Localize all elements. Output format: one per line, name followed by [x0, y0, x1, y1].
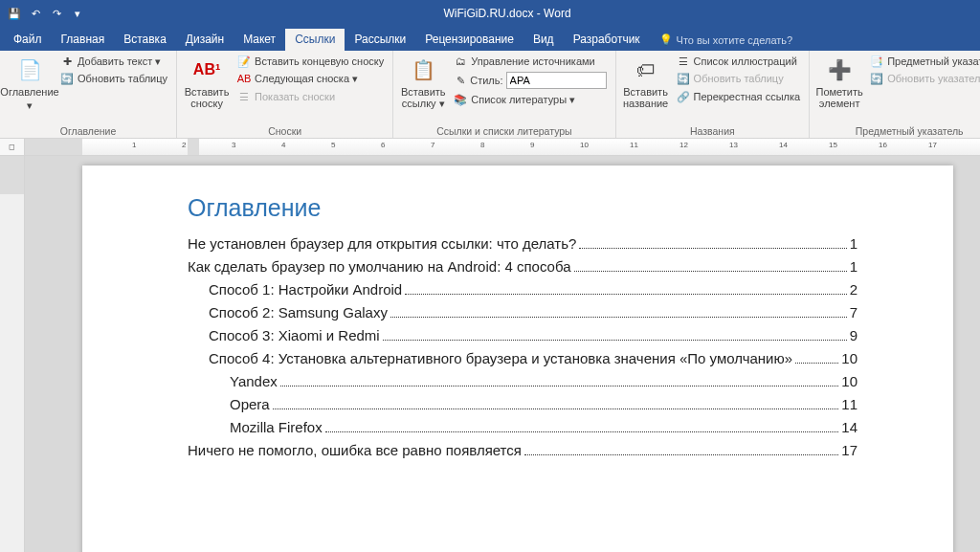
- tab-рассылки[interactable]: Рассылки: [345, 29, 415, 51]
- insert-caption-button[interactable]: 🏷 Вставить название: [622, 54, 670, 111]
- tab-ссылки[interactable]: Ссылки: [285, 29, 345, 51]
- tab-разработчик[interactable]: Разработчик: [564, 29, 650, 51]
- ruler-tick: 4: [281, 141, 285, 149]
- ruler-row: ◻ 1234567891011121314151617: [0, 139, 980, 156]
- tab-дизайн[interactable]: Дизайн: [176, 29, 234, 51]
- title-bar: 💾 ↶ ↷ ▾ WiFiGiD.RU.docx - Word: [0, 0, 980, 27]
- show-footnotes-icon: ☰: [237, 90, 251, 103]
- document-title: WiFiGiD.RU.docx - Word: [92, 7, 923, 20]
- ruler-tick: 3: [232, 141, 235, 149]
- update-caption-table-button[interactable]: 🔄Обновить таблицу: [674, 71, 804, 86]
- work-area: Оглавление Не установлен браузер для отк…: [0, 156, 980, 552]
- ruler-tick: 7: [431, 141, 434, 149]
- refresh-icon: 🔄: [677, 72, 690, 85]
- ruler-tick: 8: [480, 141, 484, 149]
- toc-entry[interactable]: Yandex 10: [188, 373, 858, 389]
- tab-вид[interactable]: Вид: [523, 29, 564, 51]
- ruler-tick: 2: [182, 141, 186, 149]
- group-label-citations: Ссылки и списки литературы: [399, 124, 609, 137]
- document-canvas[interactable]: Оглавление Не установлен браузер для отк…: [25, 156, 980, 552]
- ruler-tick: 12: [679, 141, 688, 149]
- add-text-button[interactable]: ✚Добавить текст ▾: [57, 54, 170, 69]
- mark-entry-icon: ➕: [825, 55, 854, 84]
- horizontal-ruler[interactable]: 1234567891011121314151617: [25, 139, 980, 155]
- tab-главная[interactable]: Главная: [52, 29, 115, 51]
- toc-leader-dots: [579, 248, 846, 249]
- ruler-tick: 17: [928, 141, 937, 149]
- toc-entry-page: 9: [850, 327, 858, 343]
- mark-entry-button[interactable]: ➕ Пометить элемент: [815, 54, 863, 111]
- toc-leader-dots: [325, 431, 839, 432]
- toc-entry-text: Способ 1: Настройки Android: [209, 281, 402, 298]
- toc-leader-dots: [524, 454, 838, 455]
- toc-entry-page: 10: [841, 350, 858, 366]
- redo-icon[interactable]: ↷: [50, 7, 63, 20]
- toc-entry[interactable]: Не установлен браузер для открытия ссылк…: [188, 235, 858, 252]
- caption-icon: 🏷: [632, 55, 660, 84]
- undo-icon[interactable]: ↶: [29, 7, 42, 20]
- toc-entry[interactable]: Способ 2: Samsung Galaxy 7: [188, 304, 858, 320]
- toc-leader-dots: [280, 386, 839, 386]
- toc-entry[interactable]: Mozilla Firefox 14: [188, 419, 858, 435]
- toc-entry[interactable]: Как сделать браузер по умолчанию на Andr…: [188, 258, 858, 275]
- citation-icon: 📋: [409, 55, 437, 84]
- tab-вставка[interactable]: Вставка: [114, 29, 176, 51]
- group-label-toc: Оглавление: [6, 124, 170, 137]
- style-icon: ✎: [454, 74, 467, 87]
- endnote-icon: 📝: [237, 55, 251, 68]
- tab-макет[interactable]: Макет: [234, 29, 285, 51]
- manage-sources-button[interactable]: 🗂Управление источниками: [451, 54, 609, 69]
- show-footnotes-button[interactable]: ☰Показать сноски: [234, 89, 387, 104]
- footnote-icon: AB¹: [192, 55, 221, 84]
- toc-entry-text: Способ 3: Xiaomi и Redmi: [209, 327, 380, 343]
- figure-list-button[interactable]: ☰Список иллюстраций: [674, 54, 804, 69]
- toc-entry[interactable]: Способ 3: Xiaomi и Redmi 9: [188, 327, 858, 343]
- crossref-icon: 🔗: [677, 90, 690, 103]
- toc-entry[interactable]: Opera 11: [188, 396, 858, 412]
- tab-file[interactable]: Файл: [4, 29, 52, 51]
- toc-entry[interactable]: Ничего не помогло, ошибка все равно появ…: [188, 442, 858, 458]
- toc-icon: 📄: [15, 55, 44, 84]
- ruler-tick: 5: [331, 141, 335, 149]
- ruler-tick: 9: [530, 141, 534, 149]
- tell-me-search[interactable]: Что вы хотите сделать?: [650, 30, 803, 51]
- toc-entry-page: 11: [841, 396, 858, 412]
- insert-endnote-button[interactable]: 📝Вставить концевую сноску: [234, 54, 387, 69]
- group-toc: 📄 Оглавление▾ ✚Добавить текст ▾ 🔄Обновит…: [0, 51, 177, 138]
- toc-entry-page: 17: [841, 442, 858, 458]
- update-index-button[interactable]: 🔄Обновить указатель: [867, 71, 980, 86]
- insert-citation-button[interactable]: 📋 Вставить ссылку ▾: [399, 54, 447, 111]
- tab-рецензирование[interactable]: Рецензирование: [415, 29, 523, 51]
- bibliography-icon: 📚: [454, 93, 467, 106]
- insert-index-button[interactable]: 📑Предметный указатель: [867, 54, 980, 69]
- qat-more-icon[interactable]: ▾: [71, 7, 84, 20]
- save-icon[interactable]: 💾: [8, 7, 21, 20]
- toc-entry-text: Ничего не помогло, ошибка все равно появ…: [188, 442, 522, 458]
- ruler-corner: ◻: [0, 139, 25, 155]
- ruler-tick: 15: [829, 141, 837, 149]
- toc-entry-page: 10: [841, 373, 858, 389]
- group-citations: 📋 Вставить ссылку ▾ 🗂Управление источник…: [393, 51, 615, 138]
- toc-button[interactable]: 📄 Оглавление▾: [6, 54, 54, 113]
- next-footnote-button[interactable]: ABСледующая сноска ▾: [234, 71, 387, 86]
- toc-entry-text: Не установлен браузер для открытия ссылк…: [188, 235, 576, 252]
- toc-entry[interactable]: Способ 4: Установка альтернативного брау…: [188, 350, 858, 366]
- plus-icon: ✚: [60, 55, 74, 68]
- citation-style-select[interactable]: [506, 72, 607, 89]
- vertical-ruler[interactable]: [0, 156, 25, 552]
- cross-reference-button[interactable]: 🔗Перекрестная ссылка: [674, 89, 804, 104]
- group-label-captions: Названия: [622, 124, 804, 137]
- toc-entry-page: 2: [850, 281, 858, 298]
- bibliography-button[interactable]: 📚Список литературы ▾: [451, 92, 609, 107]
- toc-entry[interactable]: Способ 1: Настройки Android 2: [188, 281, 858, 298]
- toc-entry-text: Способ 2: Samsung Galaxy: [209, 304, 388, 320]
- update-toc-button[interactable]: 🔄Обновить таблицу: [57, 71, 170, 86]
- ruler-tick: 14: [779, 141, 788, 149]
- insert-footnote-button[interactable]: AB¹ Вставить сноску: [183, 54, 231, 111]
- toc-entry-page: 1: [850, 235, 858, 252]
- toc-entry-text: Как сделать браузер по умолчанию на Andr…: [188, 258, 571, 275]
- figure-list-icon: ☰: [677, 55, 690, 68]
- refresh-icon: 🔄: [870, 72, 883, 85]
- next-footnote-icon: AB: [237, 72, 251, 85]
- group-mark-entry: ➕ Пометить элемент 📑Предметный указатель…: [810, 51, 980, 138]
